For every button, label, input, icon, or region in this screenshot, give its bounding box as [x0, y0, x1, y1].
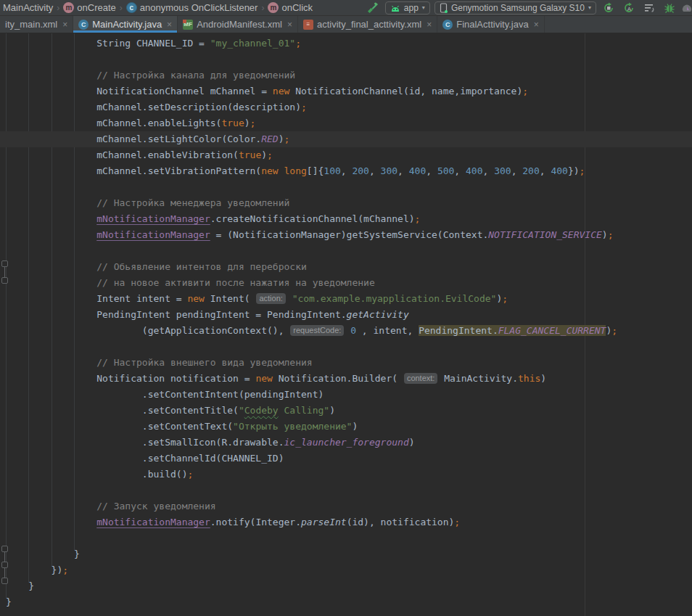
apply-code-changes-button[interactable]: A — [621, 1, 637, 15]
code-line — [6, 179, 692, 195]
code-token: // на новое активити после нажатия на ув… — [6, 277, 375, 288]
tab-close-icon[interactable]: × — [61, 20, 67, 30]
parameter-hint: action: — [256, 293, 285, 304]
fold-marker-icon[interactable] — [1, 546, 8, 552]
breadcrumb-separator: › — [118, 3, 125, 13]
code-token: , — [540, 165, 551, 176]
code-token: // Настройка менеджера уведомлений — [6, 197, 289, 208]
code-token: ) — [540, 373, 546, 384]
code-token: } — [6, 596, 12, 607]
editor-tab[interactable]: MFAndroidManifest.xml× — [178, 16, 298, 33]
code-token: Intent intent = — [6, 293, 187, 304]
method-icon: m — [268, 2, 279, 13]
code-token: " — [239, 405, 244, 416]
code-token: 400 — [466, 165, 482, 176]
code-lines: String CHANNEL_ID = "my_channel_01"; // … — [6, 36, 692, 610]
code-token: 500 — [437, 165, 454, 176]
code-token: mNotificationManager — [96, 213, 210, 224]
code-token: ; — [502, 293, 508, 304]
run-with-coverage-button[interactable] — [641, 1, 657, 15]
code-line: mNotificationManager = (NotificationMana… — [6, 227, 692, 243]
code-token: ; — [267, 149, 273, 160]
code-token: , — [398, 165, 409, 176]
build-hammer-button[interactable] — [365, 1, 381, 15]
code-token: new — [255, 373, 272, 384]
code-token: .createNotificationChannel(mChannel) — [210, 213, 415, 224]
code-token: 300 — [494, 165, 511, 176]
tab-close-icon[interactable]: × — [286, 20, 292, 30]
editor-tab[interactable]: CFinalActtivity.java× — [437, 16, 544, 33]
code-token: Codeby — [244, 405, 279, 416]
editor-tab[interactable]: CMainActivity.java× — [73, 16, 178, 33]
android-icon — [390, 4, 400, 12]
method-icon: m — [63, 2, 74, 13]
code-token: .setSmallIcon(R.drawable. — [6, 437, 284, 448]
code-line — [6, 339, 692, 355]
svg-text:A: A — [627, 5, 632, 12]
breadcrumb-item[interactable]: canonymous OnClickListener — [125, 2, 260, 13]
debug-button[interactable] — [662, 1, 677, 15]
code-token: ; — [522, 86, 528, 96]
tab-close-icon[interactable]: × — [165, 20, 172, 30]
code-token: ) — [279, 134, 284, 144]
code-line: } — [6, 578, 692, 594]
fold-connector-line — [4, 552, 5, 562]
code-line: mChannel.setDescription(description); — [6, 99, 692, 115]
code-token: String CHANNEL_ID = — [6, 38, 210, 49]
breadcrumb-item[interactable]: monClick — [266, 2, 314, 13]
code-line: .build(); — [6, 467, 692, 482]
code-line: .setContentText("Открыть уведомление") — [6, 419, 692, 435]
code-token: new — [261, 165, 278, 176]
breadcrumb-item[interactable]: MainActivity — [1, 2, 54, 13]
code-token: ic_launcher_foreground — [284, 437, 409, 448]
fold-marker-icon[interactable] — [1, 277, 8, 284]
code-line: // Обьявление интентов для переброски — [6, 259, 692, 275]
code-token: "Открыть уведомление" — [233, 421, 352, 432]
fold-marker-icon[interactable] — [1, 260, 8, 267]
code-token: "com.example.myapplication.EvilCode" — [292, 293, 497, 304]
run-configuration-label: app — [404, 3, 419, 13]
editor-tab[interactable]: ity_main.xml× — [0, 16, 73, 33]
code-token: } — [6, 549, 80, 559]
breadcrumb-item[interactable]: monCreate — [62, 2, 117, 13]
device-selector[interactable]: Genymotion Samsung Galaxy S10 ▾ — [434, 1, 596, 15]
fold-marker-icon[interactable] — [1, 578, 8, 584]
code-token: ; — [301, 102, 307, 112]
java-class-icon: C — [78, 20, 88, 30]
code-token: // Запуск уведомления — [6, 501, 216, 512]
breadcrumb-label: MainActivity — [3, 2, 53, 13]
code-token: , — [454, 165, 466, 176]
breadcrumb: MainActivity›monCreate›canonymous OnClic… — [0, 0, 314, 16]
code-line: // Настройка канала для уведомлений — [6, 67, 692, 83]
code-line: } — [6, 594, 692, 610]
build-hammer-icon — [367, 2, 379, 14]
code-token: new — [187, 293, 204, 304]
apply-changes-button[interactable] — [601, 1, 617, 15]
chevron-down-icon: ▾ — [422, 4, 425, 11]
tab-close-icon[interactable]: × — [425, 20, 432, 30]
tab-label: ity_main.xml — [5, 19, 57, 30]
breadcrumb-label: anonymous OnClickListener — [140, 2, 258, 13]
code-token — [6, 213, 96, 224]
code-token: , — [369, 165, 381, 176]
profiler-button[interactable] — [682, 1, 692, 15]
code-token: MainActivity. — [438, 373, 518, 384]
tab-close-icon[interactable]: × — [532, 20, 539, 30]
run-configuration-select[interactable]: app ▾ — [385, 1, 430, 15]
fold-marker-icon[interactable] — [1, 562, 8, 568]
fold-connector-line — [4, 568, 5, 578]
parameter-hint: context: — [404, 373, 438, 384]
device-selector-label: Genymotion Samsung Galaxy S10 — [451, 3, 585, 13]
code-token: // Обьявление интентов для переброски — [6, 261, 307, 272]
code-token: .setContentText( — [6, 421, 233, 432]
code-token: long — [284, 165, 307, 176]
code-editor[interactable]: String CHANNEL_ID = "my_channel_01"; // … — [0, 33, 692, 616]
code-line: String CHANNEL_ID = "my_channel_01"; — [6, 36, 692, 52]
code-token: , — [511, 165, 523, 176]
device-phone-icon — [440, 3, 448, 13]
code-token: (id), notification) — [347, 517, 455, 527]
code-token: ) — [329, 405, 335, 416]
editor-tab[interactable]: ≡activity_final_acttivity.xml× — [298, 16, 437, 33]
code-line: NotificationChannel mChannel = new Notif… — [6, 83, 692, 99]
code-line: // Настройка внешнего вида уведомления — [6, 355, 692, 371]
